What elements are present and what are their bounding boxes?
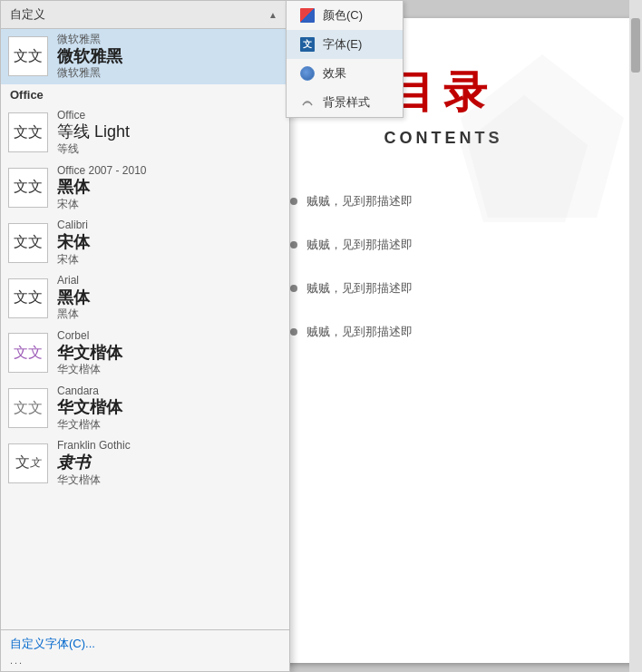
right-context-menu: 颜色(C) 文 字体(E) 效果 背景样式 xyxy=(286,0,404,118)
font-preview-equi: 文文 xyxy=(8,112,48,152)
font-info-2007: Office 2007 - 2010 黑体 宋体 xyxy=(57,164,147,212)
font-cn-small-calibri: 宋体 xyxy=(57,253,90,268)
effect-icon xyxy=(299,65,316,82)
font-item-calibri[interactable]: 文文 Calibri 宋体 宋体 xyxy=(1,215,289,270)
menu-bg-style-label: 背景样式 xyxy=(323,94,370,111)
font-list[interactable]: 文文 微软雅黑 微软雅黑 微软雅黑 Office 文文 Office 等线 Li… xyxy=(1,29,289,629)
font-en-name-weisim: 微软雅黑 xyxy=(57,33,122,47)
scroll-up-arrow[interactable]: ▲ xyxy=(266,7,280,22)
font-info-corbel: Corbel 华文楷体 华文楷体 xyxy=(57,329,122,377)
font-cn-small-candara: 华文楷体 xyxy=(57,418,122,433)
scrollbar-thumb[interactable] xyxy=(631,18,640,73)
font-preview-2007: 文文 xyxy=(8,168,48,208)
font-preview-candara: 文文 xyxy=(8,388,48,428)
font-en-candara: Candara xyxy=(57,385,122,399)
footer-dots: ... xyxy=(10,655,24,666)
font-item-franklin[interactable]: 文文 Franklin Gothic 隶书 华文楷体 xyxy=(1,435,289,491)
font-cn-small-arial: 黑体 xyxy=(57,307,90,322)
font-info-arial: Arial 黑体 黑体 xyxy=(57,274,90,322)
font-cn-large-calibri: 宋体 xyxy=(57,233,90,253)
color-icon xyxy=(299,7,316,24)
font-cn-small-corbel: 华文楷体 xyxy=(57,363,122,377)
font-en-equi: Office xyxy=(57,109,130,123)
font-info-weisim: 微软雅黑 微软雅黑 微软雅黑 xyxy=(57,33,122,81)
font-en-franklin: Franklin Gothic xyxy=(57,439,131,453)
font-item-arial[interactable]: 文文 Arial 黑体 黑体 xyxy=(1,270,289,326)
menu-color-label: 颜色(C) xyxy=(323,7,363,24)
document-scrollbar[interactable] xyxy=(629,0,642,672)
font-item-office-2007[interactable]: 文文 Office 2007 - 2010 黑体 宋体 xyxy=(1,161,289,216)
font-cn-small-2007: 宋体 xyxy=(57,198,147,212)
dropdown-header-label: 自定义 xyxy=(10,6,45,23)
font-preview-franklin: 文文 xyxy=(8,443,48,483)
font-en-2007: Office 2007 - 2010 xyxy=(57,164,147,179)
font-item-office-equi[interactable]: 文文 Office 等线 Light 等线 xyxy=(1,105,289,161)
font-cn-small-franklin: 华文楷体 xyxy=(57,473,131,488)
font-info-franklin: Franklin Gothic 隶书 华文楷体 xyxy=(57,439,131,487)
font-cn-small-equi: 等线 xyxy=(57,142,130,157)
font-cn-large-franklin: 隶书 xyxy=(57,453,131,473)
font-en-arial: Arial xyxy=(57,274,90,288)
menu-item-font[interactable]: 文 字体(E) xyxy=(287,30,403,59)
dot-2 xyxy=(290,241,297,248)
font-preview-corbel: 文文 xyxy=(8,333,48,373)
font-preview-weisim: 文文 xyxy=(8,36,48,76)
menu-effect-label: 效果 xyxy=(323,65,346,82)
font-item-corbel[interactable]: 文文 Corbel 华文楷体 华文楷体 xyxy=(1,326,289,381)
menu-item-color[interactable]: 颜色(C) xyxy=(287,1,403,30)
font-info-equi: Office 等线 Light 等线 xyxy=(57,109,130,157)
font-en-corbel: Corbel xyxy=(57,329,122,344)
font-menu-icon: 文 xyxy=(299,36,316,53)
dot-4 xyxy=(290,328,297,336)
menu-item-bg-style[interactable]: 背景样式 xyxy=(287,88,403,117)
font-cn-large-corbel: 华文楷体 xyxy=(57,344,122,364)
font-info-calibri: Calibri 宋体 宋体 xyxy=(57,219,90,267)
customize-font-link[interactable]: 自定义字体(C)... xyxy=(10,636,95,652)
font-dropdown-panel: 自定义 ▲ 文文 微软雅黑 微软雅黑 微软雅黑 Office 文文 Office… xyxy=(0,0,290,672)
font-item-weisim[interactable]: 文文 微软雅黑 微软雅黑 微软雅黑 xyxy=(1,29,289,84)
dropdown-header: 自定义 ▲ xyxy=(1,1,289,29)
font-cn-large-2007: 黑体 xyxy=(57,178,147,198)
font-cn-name-small-weisim: 微软雅黑 xyxy=(57,66,122,81)
bg-style-icon xyxy=(299,94,316,111)
font-preview-calibri: 文文 xyxy=(8,223,48,263)
font-cn-large-equi: 等线 Light xyxy=(57,122,130,142)
font-item-candara[interactable]: 文文 Candara 华文楷体 华文楷体 xyxy=(1,381,289,436)
font-cn-large-candara: 华文楷体 xyxy=(57,398,122,418)
doc-content-line-3: 贼贼，见到那描述即 xyxy=(290,280,597,297)
menu-font-label: 字体(E) xyxy=(323,36,362,53)
font-preview-arial: 文文 xyxy=(8,278,48,318)
font-en-calibri: Calibri xyxy=(57,219,90,233)
font-cn-name-large-weisim: 微软雅黑 xyxy=(57,47,122,67)
font-cn-large-arial: 黑体 xyxy=(57,288,90,308)
dot-3 xyxy=(290,285,297,292)
menu-item-effect[interactable]: 效果 xyxy=(287,59,403,88)
dropdown-footer: 自定义字体(C)... ... xyxy=(1,629,289,671)
dot-1 xyxy=(290,198,297,205)
office-section-label: Office xyxy=(1,84,289,105)
font-info-candara: Candara 华文楷体 华文楷体 xyxy=(57,385,122,433)
svg-marker-1 xyxy=(461,95,588,222)
doc-content-line-4: 贼贼，见到那描述即 xyxy=(290,324,597,340)
